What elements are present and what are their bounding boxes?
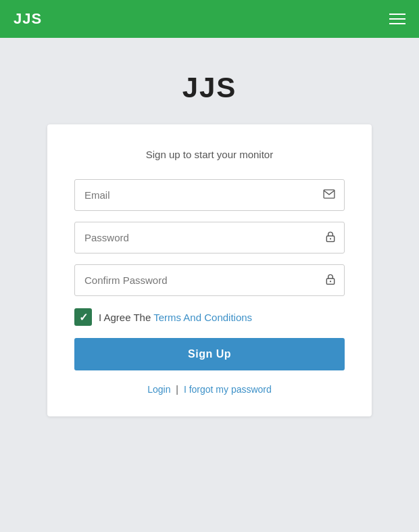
signup-card: Sign up to start your monitor	[47, 124, 372, 416]
navbar: JJS	[0, 0, 419, 38]
password-field-group	[74, 222, 345, 253]
main-content: JJS Sign up to start your monitor	[0, 38, 419, 416]
email-field-group	[74, 179, 345, 211]
confirm-lock-icon	[326, 273, 335, 287]
email-icon	[323, 189, 335, 201]
confirm-password-field-group	[74, 264, 345, 296]
links-row: Login | I forgot my password	[74, 384, 345, 395]
svg-point-2	[330, 238, 331, 239]
signup-button[interactable]: Sign Up	[74, 338, 345, 370]
login-link[interactable]: Login	[147, 384, 170, 395]
lock-icon	[326, 231, 335, 245]
app-title: JJS	[182, 72, 237, 104]
password-input[interactable]	[74, 222, 345, 253]
links-separator: |	[173, 384, 180, 395]
email-input[interactable]	[74, 179, 345, 211]
terms-checkbox[interactable]: ✓	[74, 308, 92, 326]
svg-point-4	[330, 281, 331, 282]
navbar-brand: JJS	[14, 10, 42, 28]
card-subtitle: Sign up to start your monitor	[74, 149, 345, 160]
terms-label: I Agree The Terms And Conditions	[99, 312, 252, 323]
svg-rect-0	[324, 189, 335, 197]
terms-checkbox-row: ✓ I Agree The Terms And Conditions	[74, 308, 345, 326]
hamburger-menu-icon[interactable]	[389, 14, 405, 24]
forgot-password-link[interactable]: I forgot my password	[184, 384, 272, 395]
checkmark-icon: ✓	[79, 311, 88, 324]
confirm-password-input[interactable]	[74, 264, 345, 296]
terms-link[interactable]: Terms And Conditions	[153, 312, 252, 323]
